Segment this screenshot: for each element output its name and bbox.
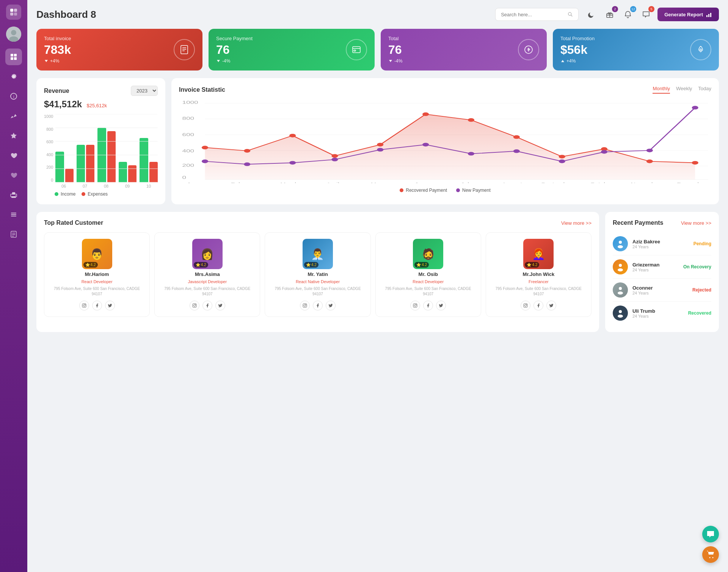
sidebar-item-analytics[interactable]	[5, 108, 22, 124]
year-select[interactable]: 2023 2022 2021	[131, 86, 158, 96]
customer-socials-osib	[410, 301, 446, 310]
bar-expense-07	[86, 145, 94, 182]
sidebar-item-print[interactable]	[5, 186, 22, 203]
stat-card-invoice[interactable]: Total invoice 783k +4%	[36, 29, 202, 71]
tab-monthly[interactable]: Monthly	[653, 86, 670, 94]
generate-report-button[interactable]: Generate Report	[657, 8, 719, 21]
instagram-btn-johnwick[interactable]	[521, 301, 530, 310]
payment-item-griezerman: Griezerman 24 Years On Recovery	[613, 255, 711, 279]
customer-role-johnwick: Freelancer	[529, 279, 549, 284]
expenses-label: Expenses	[88, 191, 108, 197]
payment-avatar-oconner	[613, 282, 628, 298]
svg-point-92	[709, 557, 711, 558]
svg-rect-7	[11, 54, 13, 56]
twitter-btn-yatin[interactable]	[326, 301, 336, 310]
stat-cards: Total invoice 783k +4% Secure Payment 76…	[36, 29, 719, 71]
moon-btn[interactable]	[585, 8, 598, 21]
customer-socials-yatin	[300, 301, 336, 310]
sidebar-item-favorites[interactable]	[5, 127, 22, 144]
instagram-btn-hariom[interactable]	[79, 301, 89, 310]
customers-view-more[interactable]: View more >>	[561, 220, 592, 226]
tab-weekly[interactable]: Weekly	[676, 86, 692, 94]
svg-point-24	[568, 13, 571, 16]
gift-btn[interactable]: 2	[603, 8, 617, 21]
cart-float-btn[interactable]	[702, 546, 719, 563]
app-logo[interactable]	[6, 5, 21, 20]
main-content: Dashboard 8 2 12 5	[27, 0, 728, 572]
twitter-btn-asima[interactable]	[215, 301, 225, 310]
customer-avatar-asima: 👩 ⭐ 4.2	[192, 239, 223, 269]
sidebar-item-reports[interactable]	[5, 226, 22, 243]
user-avatar[interactable]	[6, 27, 21, 42]
dot-n-jul	[468, 152, 474, 156]
svg-point-90	[619, 310, 622, 313]
trend-down-icon	[44, 59, 49, 63]
payment-item-aziz: Aziz Bakree 24 Years Pending	[613, 232, 711, 255]
payment-info-oconner: Oconner 24 Years	[632, 285, 688, 295]
twitter-btn-osib[interactable]	[436, 301, 446, 310]
stat-card-total[interactable]: Total 76 -4%	[381, 29, 547, 71]
payment-name-oconner: Oconner	[632, 285, 688, 291]
sidebar-item-menu[interactable]	[5, 206, 22, 223]
instagram-btn-asima[interactable]	[190, 301, 199, 310]
customer-socials-hariom	[79, 301, 115, 310]
svg-point-70	[83, 305, 85, 307]
facebook-btn-johnwick[interactable]	[533, 301, 543, 310]
svg-rect-10	[14, 57, 17, 60]
recovered-dot	[400, 188, 403, 192]
instagram-btn-osib[interactable]	[410, 301, 420, 310]
search-box[interactable]	[495, 8, 579, 21]
instagram-btn-yatin[interactable]	[300, 301, 310, 310]
stat-card-invoice-change: +4%	[44, 58, 71, 64]
customer-avatar-osib: 🧔 ⭐ 4.2	[413, 239, 443, 269]
twitter-btn-hariom[interactable]	[105, 301, 115, 310]
bar-income-08	[97, 128, 106, 182]
stat-card-payment-value: 76	[216, 43, 253, 57]
facebook-btn-yatin[interactable]	[313, 301, 323, 310]
dot-r-jun	[422, 112, 429, 116]
svg-point-82	[525, 305, 527, 307]
payments-view-more[interactable]: View more >>	[681, 220, 711, 226]
svg-rect-8	[14, 54, 17, 56]
svg-rect-9	[11, 57, 13, 60]
customer-rating-hariom: ⭐ 4.2	[83, 262, 98, 268]
chat-badge: 5	[648, 6, 654, 12]
stat-card-payment[interactable]: Secure Payment 76 -4%	[209, 29, 375, 71]
invoice-header: Invoice Statistic Monthly Weekly Today	[179, 86, 711, 94]
income-label: Income	[61, 191, 75, 197]
search-input[interactable]	[501, 12, 565, 17]
customer-address-osib: 795 Folsom Ave, Suite 600 San Francisco,…	[380, 286, 476, 297]
payment-name-aziz: Aziz Bakree	[632, 239, 689, 244]
revenue-amount: $41,512k	[44, 99, 82, 109]
bell-btn[interactable]: 12	[621, 8, 635, 21]
svg-rect-19	[11, 216, 16, 216]
sidebar-item-heart2[interactable]	[5, 167, 22, 183]
twitter-btn-johnwick[interactable]	[546, 301, 556, 310]
sidebar-item-heart1[interactable]	[5, 147, 22, 164]
facebook-btn-hariom[interactable]	[92, 301, 102, 310]
payment-status-oconner: Rejected	[692, 287, 711, 293]
stat-card-promo[interactable]: Total Promotion $56k +4%	[553, 29, 719, 71]
customer-rating-johnwick: ⭐ 4.2	[525, 262, 539, 268]
sidebar-item-settings[interactable]	[5, 68, 22, 85]
sidebar-item-dashboard[interactable]	[5, 49, 22, 65]
svg-text:March: March	[280, 182, 298, 183]
invoice-legend: Recovered Payment New Payment	[179, 188, 711, 193]
customer-role-hariom: React Developer	[82, 279, 113, 284]
chat-float-btn[interactable]	[702, 526, 719, 542]
sidebar-item-info[interactable]: i	[5, 88, 22, 105]
customers-grid: 👨 ⭐ 4.2 Mr.Hariom React Developer 795 Fo…	[44, 232, 592, 317]
tab-today[interactable]: Today	[698, 86, 711, 94]
stat-card-promo-icon	[690, 39, 711, 60]
facebook-btn-osib[interactable]	[423, 301, 433, 310]
dot-r-jul	[468, 118, 474, 122]
recovered-fill	[205, 114, 695, 179]
page-title: Dashboard 8	[36, 9, 96, 20]
chat-btn[interactable]: 5	[639, 8, 653, 21]
bar-income-07	[77, 145, 85, 182]
stat-card-invoice-icon	[174, 39, 195, 60]
facebook-btn-asima[interactable]	[202, 301, 212, 310]
bar-group-08	[97, 128, 116, 182]
stat-card-total-info: Total 76 -4%	[388, 36, 402, 64]
svg-text:1000: 1000	[182, 100, 198, 105]
